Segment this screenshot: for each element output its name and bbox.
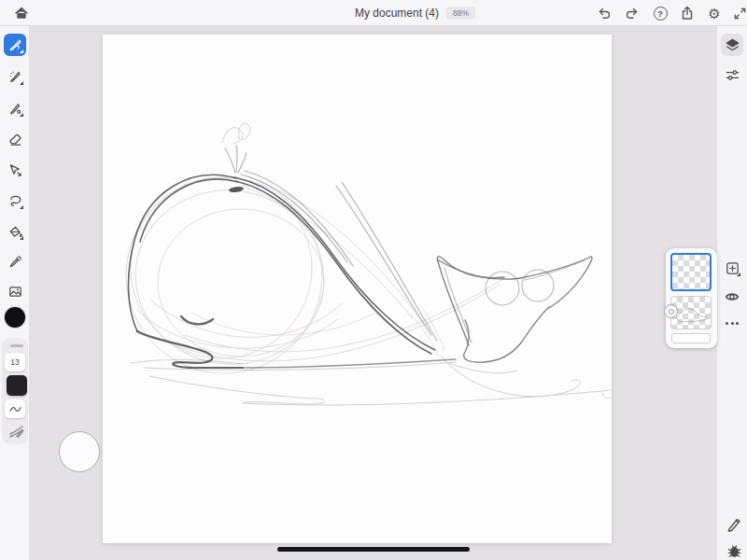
pixel-brush-tool[interactable] bbox=[4, 34, 26, 56]
tool-flyout-indicator bbox=[20, 113, 23, 117]
undo-icon[interactable] bbox=[594, 3, 614, 23]
smoothing-wave-icon bbox=[8, 404, 22, 414]
gear-glyph: ⚙ bbox=[708, 7, 720, 21]
share-icon[interactable] bbox=[677, 3, 698, 23]
add-layer-button[interactable] bbox=[721, 257, 743, 279]
redo-icon[interactable] bbox=[622, 3, 642, 23]
pencil-icon bbox=[726, 516, 742, 533]
smoothing-toggle[interactable] bbox=[5, 399, 25, 418]
layers-panel-button[interactable] bbox=[721, 34, 743, 56]
move-tool[interactable] bbox=[4, 159, 26, 181]
tool-flyout-indicator bbox=[20, 205, 23, 209]
eye-icon bbox=[724, 288, 740, 305]
tool-flyout-indicator bbox=[20, 49, 23, 53]
eyedropper-tool[interactable] bbox=[4, 250, 26, 273]
report-bug-button[interactable] bbox=[725, 541, 743, 560]
adjustments-icon bbox=[725, 67, 740, 83]
eraser-tool[interactable] bbox=[4, 128, 26, 150]
layer-more-options-button[interactable] bbox=[721, 312, 743, 334]
help-glyph: ? bbox=[654, 7, 668, 21]
secondary-color-swatch[interactable] bbox=[7, 375, 27, 396]
top-bar: My document (4) 88% ? ⚙ bbox=[0, 0, 747, 26]
more-options-icon bbox=[726, 322, 739, 325]
home-indicator[interactable] bbox=[277, 547, 470, 552]
place-image-tool[interactable] bbox=[4, 280, 26, 302]
taper-settings-icon[interactable] bbox=[8, 424, 25, 439]
tool-flyout-indicator bbox=[20, 236, 23, 240]
help-icon[interactable]: ? bbox=[650, 3, 670, 23]
flyout-indicator bbox=[737, 273, 740, 276]
home-icon[interactable] bbox=[11, 3, 32, 23]
right-toolbar bbox=[717, 26, 747, 560]
current-color-swatch[interactable] bbox=[5, 307, 25, 328]
tool-flyout-indicator bbox=[20, 81, 23, 85]
fullscreen-icon[interactable] bbox=[729, 3, 747, 23]
brush-size-value: 13 bbox=[10, 357, 19, 367]
live-brush-tool[interactable] bbox=[4, 65, 26, 88]
layer-link-badge[interactable] bbox=[664, 304, 678, 318]
lasso-tool[interactable] bbox=[4, 189, 26, 212]
pencil-only-mode-button[interactable] bbox=[725, 515, 743, 534]
brush-size-value-box[interactable]: 13 bbox=[5, 353, 25, 371]
drawing-canvas[interactable] bbox=[103, 35, 612, 543]
brush-size-slider[interactable] bbox=[10, 344, 23, 347]
vector-brush-tool[interactable] bbox=[4, 97, 26, 119]
layers-panel bbox=[666, 248, 717, 348]
layer-1-thumbnail[interactable] bbox=[670, 253, 712, 291]
layers-icon bbox=[725, 37, 740, 53]
background-layer-bar[interactable] bbox=[671, 333, 711, 343]
brush-settings-panel: 13 bbox=[2, 338, 28, 444]
document-title[interactable]: My document (4) bbox=[280, 0, 439, 26]
layer-2-thumbnail[interactable] bbox=[670, 296, 712, 329]
touch-shortcut-button[interactable] bbox=[59, 431, 100, 472]
layer-visibility-button[interactable] bbox=[721, 286, 743, 308]
zoom-level-badge[interactable]: 88% bbox=[446, 7, 475, 20]
settings-icon[interactable]: ⚙ bbox=[704, 3, 725, 23]
left-toolbar: 13 bbox=[0, 26, 30, 560]
adjustments-button[interactable] bbox=[721, 63, 743, 86]
bug-icon bbox=[726, 543, 742, 559]
fill-tool[interactable] bbox=[4, 220, 26, 243]
whale-sketch bbox=[103, 35, 612, 543]
